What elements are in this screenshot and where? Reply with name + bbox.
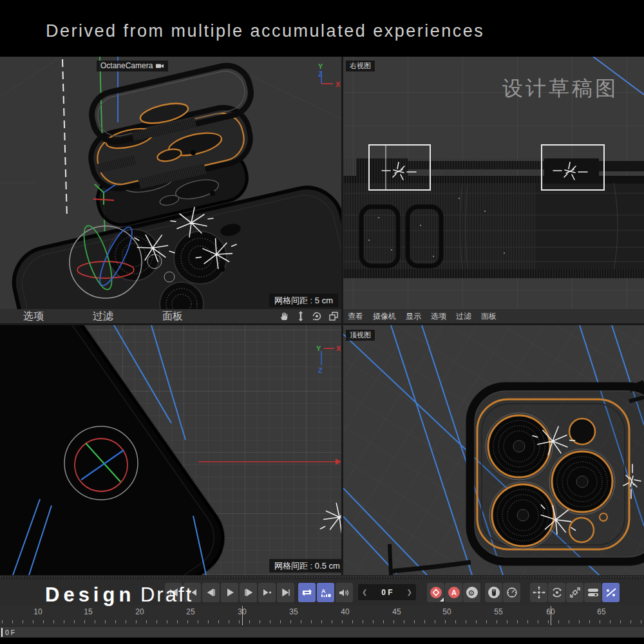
svg-text:Y: Y [316, 345, 321, 352]
white-dashed-guide [62, 59, 67, 218]
dolly-icon[interactable] [296, 311, 305, 321]
menu-options[interactable]: 选项 [23, 310, 44, 323]
menu-options[interactable]: 选项 [431, 311, 446, 322]
playhead[interactable] [1, 628, 3, 637]
cn-watermark: 设计草稿图 [502, 75, 618, 103]
menu-panel[interactable]: 面板 [162, 310, 183, 323]
ruler-tick-label: 10 [28, 607, 48, 616]
camera-label[interactable]: OctaneCamera [97, 61, 168, 71]
ruler-tick-label: 25 [180, 607, 201, 616]
bottom-black-strip [0, 638, 644, 644]
design-draft-watermark: Design Draft [45, 583, 193, 607]
autokey-button[interactable]: A [445, 583, 462, 602]
perspective-menubar: 选项 过滤 面板 [0, 309, 341, 323]
frame-field[interactable]: ❮ 0 F ❯ [358, 584, 416, 600]
keying-settings-button[interactable]: ⚙ [463, 583, 480, 602]
menu-filter[interactable]: 过滤 [456, 311, 471, 322]
next-key-button[interactable] [258, 583, 276, 602]
ruler-tick-label: 45 [386, 607, 407, 616]
phone-silhouette [0, 325, 240, 575]
ruler-tick-label: 40 [335, 607, 355, 616]
frame-inc-icon[interactable]: ❯ [407, 589, 412, 596]
ruler-tick-label: 65 [591, 607, 612, 616]
svg-text:A: A [321, 588, 326, 594]
top-view-wireframe [343, 325, 644, 575]
design-draft-bold: Design [45, 583, 135, 606]
ruler-marker-30 [242, 606, 243, 625]
timeline-ruler[interactable]: 10 15 20 25 30 35 40 45 50 55 60 65 [0, 605, 644, 620]
x-axis-arrow [198, 459, 341, 465]
dropdown-corner-icon [440, 598, 444, 601]
ruler-tick-label: 20 [129, 607, 150, 616]
viewport-front-view[interactable]: Y X Z 网格间距 : 0.5 cm [0, 325, 341, 575]
loop-mode-button[interactable] [298, 583, 316, 602]
menu-filter[interactable]: 过滤 [93, 310, 113, 323]
hand-icon[interactable] [279, 311, 290, 321]
sketch-starburst [314, 497, 341, 539]
prev-frame-button[interactable] [202, 583, 220, 602]
svg-text:Z: Z [318, 70, 323, 78]
svg-text:Y: Y [318, 62, 323, 70]
viewport-name-badge: 右视图 [346, 61, 375, 71]
record-mouse-button[interactable] [485, 583, 502, 602]
go-to-end-button[interactable] [277, 583, 294, 602]
design-draft-light: Draft [140, 583, 193, 606]
record-pla-button[interactable] [602, 583, 620, 602]
record-keyframe-button[interactable] [427, 583, 444, 602]
keyframe-selection-button[interactable] [503, 583, 520, 602]
frame-dec-icon[interactable]: ❮ [362, 589, 367, 596]
svg-text:⚙: ⚙ [468, 589, 475, 598]
viewport-right-view[interactable]: 右视图 设计草稿图 [343, 57, 644, 309]
sensor-circle [569, 518, 594, 542]
menu-display[interactable]: 显示 [406, 311, 421, 322]
next-frame-button[interactable] [240, 583, 257, 602]
svg-text:X: X [336, 80, 341, 88]
viewport-perspective[interactable]: Y Z X OctaneCamera 网格间距 : 5 cm [0, 57, 341, 309]
svg-text:X: X [336, 345, 341, 352]
ruler-marker-60 [551, 606, 551, 625]
timeline-scrubber[interactable]: 0 F [0, 626, 644, 638]
view-axis-gizmo: Y Z X [318, 62, 341, 88]
orbit-icon[interactable] [312, 311, 322, 321]
menu-camera[interactable]: 摄像机 [373, 311, 396, 322]
record-rotation-button[interactable] [548, 583, 565, 602]
playhead-label: 0 F [5, 629, 15, 636]
frame-field-value: 0 F [381, 588, 392, 597]
grid-spacing-label: 网格间距 : 5 cm [269, 294, 338, 307]
front-view-wireframe: Y X Z [0, 325, 341, 575]
play-button[interactable] [221, 583, 238, 602]
maximize-icon[interactable] [328, 311, 339, 321]
header-title: Derived from multiple accumulated experi… [46, 21, 484, 41]
viewport-name-badge: 顶视图 [346, 330, 375, 341]
menu-panel[interactable]: 面板 [481, 311, 497, 322]
svg-text:A: A [451, 589, 457, 596]
menu-view[interactable]: 查看 [348, 311, 363, 322]
ruler-tick-label: 35 [283, 607, 304, 616]
camera-icon [155, 62, 164, 70]
ruler-tick-label: 55 [488, 607, 509, 616]
ruler-tick-label: 50 [437, 607, 457, 616]
perspective-wireframe: Y Z X [0, 57, 341, 309]
play-mode-button[interactable]: A [317, 583, 334, 602]
right-view-menubar: 查看 摄像机 显示 选项 过滤 面板 [343, 309, 644, 323]
phone-side-wireframe [343, 158, 644, 278]
record-position-button[interactable] [530, 583, 547, 602]
header-bar: Derived from multiple accumulated experi… [0, 0, 644, 57]
timeline-tick-strip[interactable] [0, 620, 644, 626]
volume-button[interactable] [336, 583, 353, 602]
record-parameter-button[interactable] [584, 583, 601, 602]
viewport-top-view[interactable]: 顶视图 [343, 325, 644, 575]
svg-text:Z: Z [318, 366, 323, 374]
ruler-tick-label: 15 [78, 607, 99, 616]
record-scale-button[interactable] [566, 583, 583, 602]
grid-spacing-label: 网格间距 : 0.5 cm [269, 559, 341, 573]
view-axis-gizmo: Y X Z [316, 345, 341, 374]
